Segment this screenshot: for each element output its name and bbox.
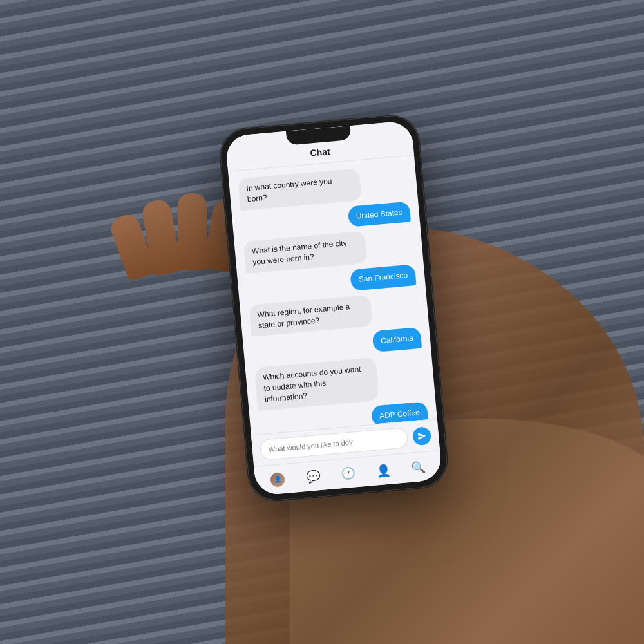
nav-item-history[interactable]: 🕐 (336, 460, 361, 486)
phone-screen: Chat In what country were you born? Unit… (225, 120, 442, 496)
finger-3 (178, 193, 207, 270)
chat-icon: 💬 (305, 469, 321, 484)
outgoing-bubble: San Francisco (350, 264, 416, 290)
nav-item-search[interactable]: 🔍 (406, 455, 431, 480)
scene: Chat In what country were you born? Unit… (0, 0, 644, 644)
nav-item-avatar[interactable]: 👤 (265, 467, 290, 492)
search-icon: 🔍 (411, 459, 426, 475)
phone-shell: Chat In what country were you born? Unit… (218, 113, 449, 503)
send-icon (417, 431, 426, 441)
profile-icon: 👤 (375, 462, 391, 478)
message-row: Which accounts do you want to update wit… (254, 354, 426, 411)
outgoing-bubble: United States (347, 201, 411, 227)
incoming-bubble: What is the name of the city you were bo… (243, 231, 367, 274)
incoming-bubble: What region, for example a state or prov… (249, 294, 372, 337)
incoming-bubble: In what country were you born? (238, 168, 361, 211)
avatar-icon: 👤 (270, 471, 286, 487)
incoming-bubble: Which accounts do you want to update wit… (254, 357, 379, 411)
nav-item-profile[interactable]: 👤 (371, 458, 396, 483)
history-icon: 🕐 (341, 466, 356, 481)
phone-wrapper: Chat In what country were you born? Unit… (218, 113, 449, 503)
nav-item-chat[interactable]: 💬 (301, 464, 326, 489)
outgoing-bubble: California (372, 327, 422, 352)
chat-title: Chat (310, 146, 330, 158)
send-button[interactable] (412, 426, 431, 446)
messages-area: In what country were you born? United St… (228, 156, 437, 435)
